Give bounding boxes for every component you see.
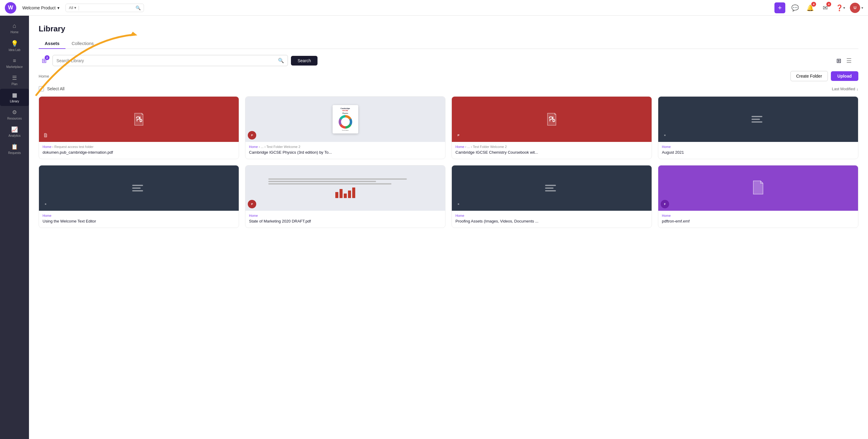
home-icon: ⌂ bbox=[13, 22, 16, 29]
card-name: Using the Welcome Text Editor bbox=[42, 218, 235, 224]
card-body: Home Using the Welcome Text Editor bbox=[39, 211, 239, 228]
asset-card[interactable]: CambridgeIGCSE Physics Third Edition P bbox=[245, 96, 445, 159]
library-search-input[interactable] bbox=[56, 58, 276, 63]
file-type-badge bbox=[41, 131, 50, 140]
grid-view-button[interactable]: ⊞ bbox=[835, 56, 843, 65]
select-all-checkbox[interactable] bbox=[39, 86, 44, 91]
app-logo[interactable]: W bbox=[5, 2, 16, 13]
asset-card[interactable]: P Home State of Marketing 2020 DRAFT.pdf bbox=[245, 165, 445, 228]
select-all-label: Select All bbox=[47, 86, 65, 91]
search-button[interactable]: Search bbox=[291, 56, 317, 65]
global-search-input[interactable] bbox=[81, 5, 134, 10]
create-button[interactable]: + bbox=[774, 2, 785, 13]
card-path: Home bbox=[249, 214, 441, 217]
path-separator: › bbox=[52, 145, 54, 149]
asset-card[interactable]: ≡ Home Proofing Assets (Images, Videos, … bbox=[452, 165, 652, 228]
path-home-link[interactable]: Home bbox=[662, 145, 671, 149]
sidebar-item-idea-lab[interactable]: 💡 Idea Lab bbox=[0, 37, 29, 55]
library-icon: ▦ bbox=[12, 92, 17, 98]
file-type-badge: ≡ bbox=[661, 131, 669, 140]
card-body: Home Proofing Assets (Images, Videos, Do… bbox=[452, 211, 652, 228]
notifications-button[interactable]: 🔔 4 bbox=[805, 2, 815, 13]
card-name: Cambridge IGCSE Chemistry Coursebook wit… bbox=[456, 150, 648, 155]
card-path: Home › Request access test folder bbox=[42, 145, 235, 149]
path-home-link[interactable]: Home bbox=[42, 145, 51, 149]
product-name-label: Welcome Product bbox=[22, 5, 56, 10]
file-type-badge: P bbox=[248, 200, 256, 208]
card-thumbnail: P bbox=[452, 97, 652, 142]
filter-dropdown[interactable]: All ▾ bbox=[69, 5, 76, 10]
path-home-link[interactable]: Home bbox=[249, 214, 258, 217]
card-name: Proofing Assets (Images, Videos, Documen… bbox=[456, 218, 648, 224]
grid-icon: ⊞ bbox=[836, 57, 841, 64]
path-home-link[interactable]: Home bbox=[456, 145, 464, 149]
inbox-badge: 4 bbox=[826, 2, 831, 7]
tab-collections-label: Collections bbox=[71, 41, 94, 46]
pdf-icon bbox=[545, 112, 559, 126]
upload-button[interactable]: Upload bbox=[831, 71, 858, 81]
create-folder-button[interactable]: Create Folder bbox=[790, 71, 828, 81]
file-type-badge: P bbox=[248, 131, 256, 140]
sidebar-label-plan: Plan bbox=[11, 82, 18, 86]
filter-button[interactable]: ⊞ 2 bbox=[39, 55, 50, 66]
path-separator: › bbox=[265, 145, 266, 149]
filter-count-badge: 2 bbox=[45, 55, 50, 60]
resources-icon: ⚙ bbox=[12, 109, 17, 116]
notification-badge: 4 bbox=[811, 2, 816, 7]
sidebar-item-library[interactable]: ▦ Library bbox=[0, 89, 29, 106]
path-ellipsis: ... bbox=[261, 145, 264, 149]
select-row: Select All Last Modified ↓ bbox=[39, 86, 858, 91]
sidebar-item-marketplace[interactable]: ≡ Marketplace bbox=[0, 55, 29, 71]
product-selector[interactable]: Welcome Product ▾ bbox=[20, 4, 62, 11]
sort-arrow-icon: ↓ bbox=[857, 87, 859, 91]
upload-label: Upload bbox=[838, 74, 852, 79]
card-path: Home › ... › Test Folder Welcome 2 bbox=[249, 145, 441, 149]
sidebar-item-resources[interactable]: ⚙ Resources bbox=[0, 106, 29, 123]
path-home-link[interactable]: Home bbox=[42, 214, 51, 217]
list-icon: ☰ bbox=[846, 57, 852, 64]
file-type-badge: F bbox=[661, 200, 669, 208]
doc-icon bbox=[545, 181, 558, 195]
file-type-badge: ≡ bbox=[41, 200, 50, 208]
path-separator: › bbox=[471, 145, 472, 149]
inbox-button[interactable]: ✉ 4 bbox=[820, 2, 831, 13]
page-title: Library bbox=[39, 24, 858, 33]
library-tabs: Assets Collections bbox=[39, 38, 858, 49]
path-home-link[interactable]: Home bbox=[662, 214, 671, 217]
asset-card[interactable]: P Home › ... › Test Folder Welcome 2 Cam… bbox=[452, 96, 652, 159]
sidebar-item-requests[interactable]: 📋 Requests bbox=[0, 140, 29, 157]
path-separator: › bbox=[259, 145, 260, 149]
card-body: Home pdftron-emf.emf bbox=[658, 211, 858, 228]
tab-collections[interactable]: Collections bbox=[65, 38, 100, 49]
filter-label: All bbox=[69, 5, 73, 10]
sidebar-item-analytics[interactable]: 📈 Analytics bbox=[0, 123, 29, 140]
sidebar-label-marketplace: Marketplace bbox=[6, 65, 23, 68]
tab-assets[interactable]: Assets bbox=[39, 38, 65, 49]
card-path: Home › ... › Test Folder Welcome 2 bbox=[456, 145, 648, 149]
assets-grid: Home › Request access test folder dokume… bbox=[39, 96, 858, 228]
view-toggles: ⊞ ☰ bbox=[835, 56, 854, 65]
path-home-link[interactable]: Home bbox=[249, 145, 258, 149]
sidebar-item-home[interactable]: ⌂ Home bbox=[0, 19, 29, 37]
asset-card[interactable]: ≡ Home August 2021 bbox=[658, 96, 858, 159]
user-avatar-wrap[interactable]: U ▾ bbox=[850, 3, 863, 13]
sidebar-label-library: Library bbox=[10, 100, 19, 103]
list-view-button[interactable]: ☰ bbox=[844, 56, 854, 65]
main-layout: ⌂ Home 💡 Idea Lab ≡ Marketplace ☰ Plan ▦… bbox=[0, 16, 868, 439]
requests-icon: 📋 bbox=[11, 143, 18, 150]
chevron-down-icon: ▾ bbox=[843, 6, 845, 10]
help-button[interactable]: ❓ ▾ bbox=[835, 2, 846, 13]
path-home-link[interactable]: Home bbox=[456, 214, 464, 217]
sidebar-item-plan[interactable]: ☰ Plan bbox=[0, 71, 29, 89]
messages-button[interactable]: 💬 bbox=[789, 2, 800, 13]
chevron-down-icon: ▾ bbox=[74, 5, 76, 10]
sidebar-label-analytics: Analytics bbox=[8, 134, 21, 137]
asset-card[interactable]: Home › Request access test folder dokume… bbox=[39, 96, 239, 159]
asset-card[interactable]: F Home pdftron-emf.emf bbox=[658, 165, 858, 228]
card-thumbnail bbox=[39, 97, 239, 142]
sort-row[interactable]: Last Modified ↓ bbox=[832, 87, 858, 91]
doc-icon bbox=[751, 113, 765, 126]
asset-card[interactable]: ≡ Home Using the Welcome Text Editor bbox=[39, 165, 239, 228]
card-body: Home › Request access test folder dokume… bbox=[39, 142, 239, 159]
toolbar-row: Home Create Folder Upload bbox=[39, 71, 858, 81]
